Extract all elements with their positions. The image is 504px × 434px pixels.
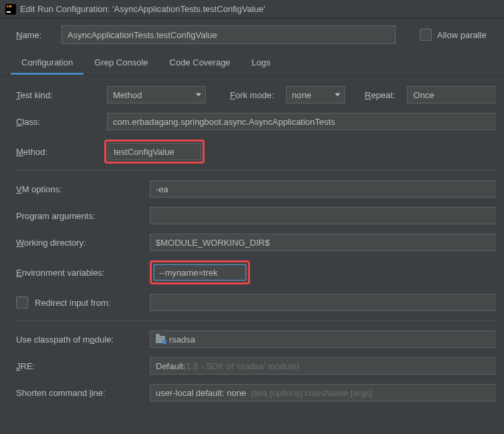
jre-row: JRE: Default (1.8 - SDK of 'rsadsa' modu… [16,357,496,375]
shorten-cmd-hint: - java [options] className [args] [246,388,372,398]
working-dir-input[interactable]: $MODULE_WORKING_DIR$ [150,234,496,251]
content-pane: Test kind: Method Fork mode: none Repeat… [0,75,504,401]
tab-logs[interactable]: Logs [241,52,281,75]
vm-options-label: VM options: [16,184,150,194]
name-row: Name: Allow paralle [0,19,504,51]
vm-options-value: -ea [156,184,168,194]
program-args-input[interactable] [150,207,496,224]
vm-options-input[interactable]: -ea [150,180,496,198]
window-title: Edit Run Configuration: 'AsyncApplicatio… [20,4,265,14]
jre-label: JRE: [16,361,150,371]
class-row: Class: com.erbadagang.springboot.async.A… [16,113,496,130]
test-kind-row: Test kind: Method Fork mode: none Repeat… [16,86,496,103]
program-args-row: Program arguments: [16,207,496,224]
fork-mode-label: Fork mode: [230,90,274,100]
redirect-input-label: Redirect input from: [35,298,150,308]
class-input[interactable]: com.erbadagang.springboot.async.AsyncApp… [107,113,496,130]
svg-rect-1 [7,5,9,7]
allow-parallel-wrap: Allow paralle [420,29,487,41]
chevron-down-icon [196,93,201,97]
repeat-label: Repeat: [365,90,396,100]
method-row: Method: testConfigValue [16,140,496,164]
intellij-icon [5,4,16,15]
class-value: com.erbadagang.springboot.async.AsyncApp… [113,117,335,127]
method-label: Method: [16,147,99,157]
env-vars-value: --myname=trek [159,268,218,278]
shorten-cmd-label: Shorten command line: [16,388,150,398]
class-label: Class: [16,117,102,127]
svg-rect-2 [9,5,11,7]
svg-rect-3 [7,11,11,13]
env-vars-row: Environment variables: --myname=trek [16,260,496,284]
working-dir-value: $MODULE_WORKING_DIR$ [156,238,269,248]
chevron-down-icon [335,93,340,97]
env-vars-label: Environment variables: [16,268,150,278]
allow-parallel-label: Allow paralle [437,30,487,40]
tab-configuration[interactable]: Configuration [11,52,84,75]
redirect-input-checkbox[interactable] [16,296,28,308]
classpath-module-row: Use classpath of module: rsadsa [16,331,496,348]
test-kind-select[interactable]: Method [107,86,206,103]
repeat-value: Once [413,90,434,100]
divider [16,320,496,321]
tab-grep-console[interactable]: Grep Console [84,52,158,75]
module-icon [156,336,165,343]
fork-mode-value: none [292,90,311,100]
shorten-cmd-value: user-local default: none [156,388,246,398]
method-highlight: testConfigValue [104,140,205,164]
method-value: testConfigValue [114,147,174,157]
name-label: Name: [16,30,53,40]
fork-mode-select[interactable]: none [286,86,345,103]
program-args-label: Program arguments: [16,211,150,221]
redirect-input-input[interactable] [150,294,496,311]
working-dir-label: Working directory: [16,238,150,248]
classpath-module-label: Use classpath of module: [16,335,150,345]
title-bar: Edit Run Configuration: 'AsyncApplicatio… [0,0,504,19]
env-vars-highlight: --myname=trek [150,260,250,284]
repeat-select[interactable]: Once [407,86,496,103]
shorten-cmd-row: Shorten command line: user-local default… [16,384,496,401]
env-vars-input[interactable]: --myname=trek [153,264,247,281]
divider [16,170,496,171]
shorten-cmd-select[interactable]: user-local default: none - java [options… [150,384,496,401]
classpath-module-value: rsadsa [169,335,195,345]
vm-options-row: VM options: -ea [16,180,496,198]
test-kind-value: Method [113,90,142,100]
redirect-input-row: Redirect input from: [16,294,496,311]
name-input[interactable] [61,25,396,44]
classpath-module-select[interactable]: rsadsa [150,331,496,348]
method-input[interactable]: testConfigValue [108,143,201,160]
jre-hint: (1.8 - SDK of 'rsadsa' module) [183,361,299,371]
working-dir-row: Working directory: $MODULE_WORKING_DIR$ [16,234,496,251]
jre-select[interactable]: Default (1.8 - SDK of 'rsadsa' module) [150,357,496,375]
jre-value: Default [156,361,183,371]
tabs: Configuration Grep Console Code Coverage… [0,52,504,75]
tab-code-coverage[interactable]: Code Coverage [159,52,241,75]
allow-parallel-checkbox[interactable] [420,29,432,41]
test-kind-label: Test kind: [16,90,102,100]
